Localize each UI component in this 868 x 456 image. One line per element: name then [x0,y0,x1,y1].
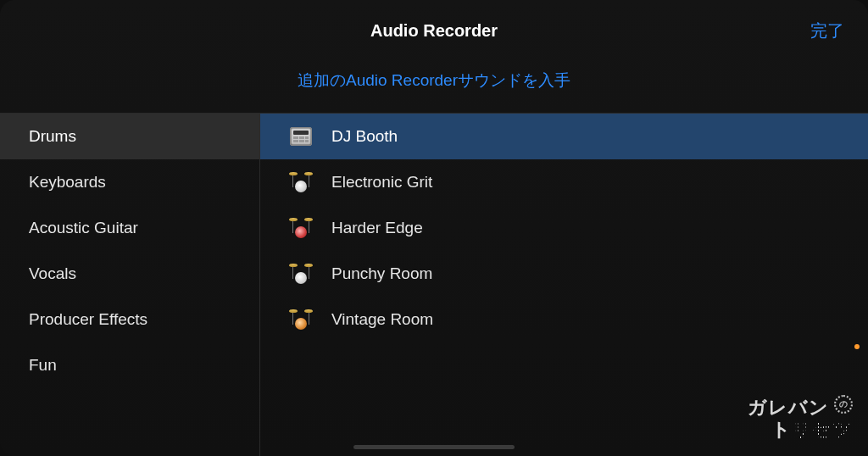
preset-label: Harder Edge [331,219,423,237]
subheader-bar: 追加のAudio Recorderサウンドを入手 [0,61,868,100]
preset-label: Punchy Room [331,264,432,283]
preset-item[interactable]: Electronic Grit [260,159,868,205]
drum-kit-icon [289,308,313,331]
category-item[interactable]: Fun [0,342,259,388]
preset-item[interactable]: DJ Booth [260,114,868,159]
category-item[interactable]: Keyboards [0,159,259,205]
preset-label: Electronic Grit [331,173,432,192]
page-title: Audio Recorder [370,21,498,41]
category-label: Vocals [29,264,76,283]
category-item[interactable]: Drums [0,114,259,159]
preset-label: Vintage Room [331,310,433,329]
app-root: Audio Recorder 完了 追加のAudio Recorderサウンドを… [0,0,868,456]
category-sidebar: DrumsKeyboardsAcoustic GuitarVocalsProdu… [0,114,260,456]
speech-bubble-icon: の [834,395,853,414]
category-label: Fun [29,356,57,375]
header-bar: Audio Recorder 完了 [0,0,868,61]
preset-item[interactable]: Vintage Room [260,297,868,342]
category-item[interactable]: Producer Effects [0,297,259,342]
preset-item[interactable]: Punchy Room [260,251,868,297]
drum-kit-icon [289,262,313,286]
category-label: Keyboards [29,173,106,192]
category-item[interactable]: Vocals [0,251,259,297]
watermark-line2: トリセツ [748,417,853,442]
category-item[interactable]: Acoustic Guitar [0,205,259,251]
category-label: Drums [29,127,76,146]
body: DrumsKeyboardsAcoustic GuitarVocalsProdu… [0,114,868,456]
done-button[interactable]: 完了 [810,19,844,42]
notification-dot-icon [854,344,860,349]
drum-machine-icon [289,125,313,148]
preset-item[interactable]: Harder Edge [260,205,868,251]
watermark-text-2a: ト [771,419,792,440]
watermark-text-2b: リセツ [792,419,853,440]
category-label: Producer Effects [29,310,147,329]
drum-kit-icon [289,216,313,240]
preset-label: DJ Booth [331,127,398,146]
category-label: Acoustic Guitar [29,219,138,237]
home-indicator [353,445,515,449]
get-more-sounds-link[interactable]: 追加のAudio Recorderサウンドを入手 [298,70,570,92]
drum-kit-icon [289,170,313,194]
watermark: ガレバン の トリセツ [748,395,853,442]
